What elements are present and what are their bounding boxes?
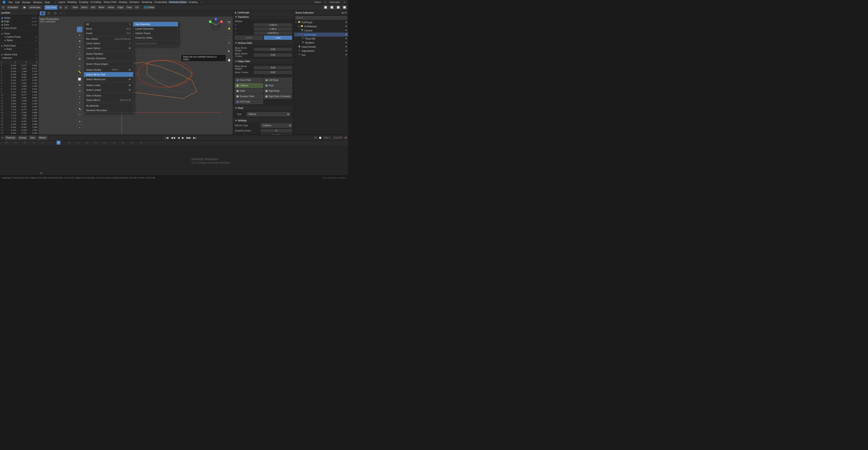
- vp-select-mode-extra[interactable]: +: [59, 11, 63, 15]
- mesh-item-point-cloud[interactable]: ▶ Point Cloud: [1, 44, 37, 47]
- menu-item-help[interactable]: Help: [43, 1, 51, 4]
- tool-scale[interactable]: ⤡: [77, 50, 82, 56]
- fluid-section-header[interactable]: ▼ Fluid: [233, 106, 294, 110]
- viewport-shading-btn[interactable]: ⊞: [58, 5, 63, 10]
- tool-zoom[interactable]: 🔍: [226, 49, 232, 54]
- menu-item-select-more-less[interactable]: Select More/Less ▶: [84, 77, 133, 82]
- tab-modeling[interactable]: Modeling: [66, 1, 78, 3]
- table-row[interactable]: 90.1128.4670.605: [0, 91, 38, 94]
- menu-item-invert[interactable]: Invert Ctrl I: [84, 31, 133, 35]
- tool-knife[interactable]: 🔪: [77, 106, 82, 111]
- tool-spin[interactable]: ⟳: [77, 119, 82, 124]
- physics-cloth[interactable]: Cloth: [235, 89, 263, 93]
- table-row[interactable]: 70.1121.595-1.250: [0, 85, 38, 88]
- table-row[interactable]: 4-3.4198.4671.433: [0, 76, 38, 79]
- outliner-item-flipfluids[interactable]: ▼ 📁 FLIPFluids 👁: [294, 20, 348, 24]
- tool-move-right[interactable]: ↕: [226, 34, 232, 39]
- outliner-item-landscape[interactable]: ▼ ⬡ Landscape 👁: [294, 33, 348, 37]
- menu-item-circle-select[interactable]: Circle Select C: [84, 41, 133, 45]
- transport-jump-start[interactable]: |◀: [165, 136, 168, 139]
- vp-select-mode-vertex[interactable]: ⬛: [40, 11, 45, 15]
- mesh-item-face[interactable]: Face 16.0K: [1, 23, 37, 26]
- menu-item-lasso-select[interactable]: Lasso Select ▶: [84, 45, 133, 51]
- vertices-data-header[interactable]: ▼ Vertices Data: [233, 41, 294, 45]
- menu-item-none[interactable]: None Alt A: [84, 26, 133, 31]
- keying-btn[interactable]: Keying: [18, 135, 28, 140]
- edit-mode-btn[interactable]: Edit Mode: [44, 5, 57, 10]
- menu-item-side-of-active[interactable]: Side of Active: [84, 93, 133, 98]
- marker-btn[interactable]: Marker: [38, 135, 48, 140]
- tab-layout[interactable]: Layout: [57, 1, 66, 3]
- outliner-item-flipmeshes[interactable]: ▼ 📁 FLIPMeshes 👁: [294, 24, 348, 29]
- tool-move[interactable]: ✜: [77, 38, 82, 44]
- mode-selector[interactable]: ⊙: [1, 5, 5, 10]
- mesh-item-instances[interactable]: Instances 0: [1, 56, 37, 60]
- tool-select[interactable]: ↖: [77, 27, 82, 32]
- tool-cursor[interactable]: ✛: [77, 33, 82, 38]
- physics-dynamic-paint[interactable]: Dynamic Paint: [235, 94, 263, 99]
- physics-rigid-body-constraint[interactable]: Rigid Body Constraint: [264, 94, 292, 99]
- transform-header[interactable]: ▼ Transform: [233, 15, 294, 19]
- transport-next-frame[interactable]: ▶▶: [186, 136, 191, 139]
- face-menu[interactable]: Face: [125, 5, 133, 10]
- table-row[interactable]: 143.6438.467-1.250: [0, 105, 38, 108]
- shading-solid[interactable]: ⬜: [329, 5, 335, 10]
- table-row[interactable]: 2-3.4191.5950.774: [0, 70, 38, 73]
- tool-bevel[interactable]: ◇: [77, 94, 82, 99]
- outliner-filter-icon[interactable]: ⊞: [342, 11, 344, 14]
- table-row[interactable]: 60.112-1.841-1.115: [0, 82, 38, 85]
- menu-item-select-random[interactable]: Select Random: [84, 52, 133, 56]
- overlay-btn[interactable]: ⊡: [64, 5, 68, 10]
- tool-loop-cut[interactable]: ≡: [77, 100, 82, 105]
- tool-annotate[interactable]: ✏: [77, 63, 82, 69]
- menu-item-checker-deselect[interactable]: Checker Deselect: [84, 56, 133, 61]
- select-menu-btn[interactable]: Select: [80, 5, 89, 10]
- vertex-menu[interactable]: Vertex: [106, 5, 116, 10]
- physics-soft-body[interactable]: Soft Body: [264, 78, 292, 83]
- outliner-item-originalmesh[interactable]: ⬡ originalmesh 👁: [294, 49, 348, 53]
- menu-item-all[interactable]: All A: [84, 22, 133, 26]
- tool-layers[interactable]: 📋: [226, 57, 232, 63]
- xray-toggle[interactable]: ⬜: [323, 5, 328, 10]
- physics-rigid-body[interactable]: Rigid Body: [264, 89, 292, 93]
- tab-geometry-nodes[interactable]: Geometry Nodes: [168, 1, 188, 3]
- table-row[interactable]: 20-3.419-6.9951.090: [0, 123, 38, 126]
- table-row[interactable]: 177.1741.5951.326: [0, 114, 38, 117]
- physics-fluid[interactable]: Fluid: [264, 83, 292, 88]
- shading-rendered[interactable]: ⬜: [342, 5, 347, 10]
- mesh-item-edge[interactable]: Edge 32.4K: [1, 20, 37, 23]
- edges-data-header[interactable]: ▼ Edges Data: [233, 59, 294, 63]
- outliner-item-modifiers[interactable]: ⚙ Modifiers 👁: [294, 41, 348, 45]
- eval-mode[interactable]: Evaluated: [6, 5, 19, 10]
- menu-item-by-attribute[interactable]: By Attribute: [84, 103, 133, 108]
- table-row[interactable]: 80.1125.0310.631: [0, 88, 38, 91]
- local-btn[interactable]: Local: [264, 36, 292, 40]
- table-row[interactable]: 157.174-5.2771.240: [0, 108, 38, 111]
- outliner-hide-icon[interactable]: 👁: [344, 11, 347, 14]
- table-row[interactable]: 21-3.419-6.5651.064: [0, 126, 38, 129]
- menu-item-select-loops[interactable]: Select Loops ▶: [84, 83, 133, 88]
- outliner-item-plane002[interactable]: ⬡ Plane.002 👁: [294, 37, 348, 41]
- mesh-item-curve[interactable]: ▶ Curve: [1, 32, 37, 35]
- tool-lock[interactable]: 🔒: [226, 26, 232, 31]
- outliner-item-liquid-domain[interactable]: 💧 Liquid Domain 👁: [294, 45, 348, 49]
- fluid-type-select[interactable]: Effector: [247, 112, 290, 116]
- outliner-item-camera[interactable]: 📷 Camera 👁: [294, 29, 348, 33]
- tab-texture[interactable]: Texture Paint: [102, 1, 118, 3]
- tool-rotate[interactable]: ↻: [77, 44, 82, 50]
- menu-item-file[interactable]: File: [7, 1, 14, 4]
- mesh-item-face-corner[interactable]: Face Corner: [1, 26, 37, 30]
- trait-item-interior-faces[interactable]: Interior Faces: [133, 31, 178, 35]
- tab-scripting[interactable]: Scripting: [187, 1, 198, 3]
- transport-play[interactable]: ▶: [182, 136, 184, 139]
- menu-item-select-linked[interactable]: Select Linked ▶: [84, 88, 133, 92]
- menu-item-deselect-boundary[interactable]: Deselect Boundary: [84, 108, 133, 112]
- trait-item-non-manifold[interactable]: Non Manifold: [133, 22, 178, 26]
- tool-inset[interactable]: ⊖: [77, 88, 82, 94]
- mesh-item-control-point[interactable]: Control Points 0: [1, 35, 37, 39]
- trait-submenu[interactable]: Non Manifold Loose Geometry Interior Fac…: [133, 22, 178, 46]
- nav-gizmo[interactable]: X Y Z: [208, 17, 224, 33]
- table-row[interactable]: 1-3.419-1.8410.671: [0, 67, 38, 70]
- menu-item-box-select[interactable]: Box Select drag-Left Mouse: [84, 37, 133, 41]
- table-row[interactable]: 103.643-5.2771.127: [0, 94, 38, 96]
